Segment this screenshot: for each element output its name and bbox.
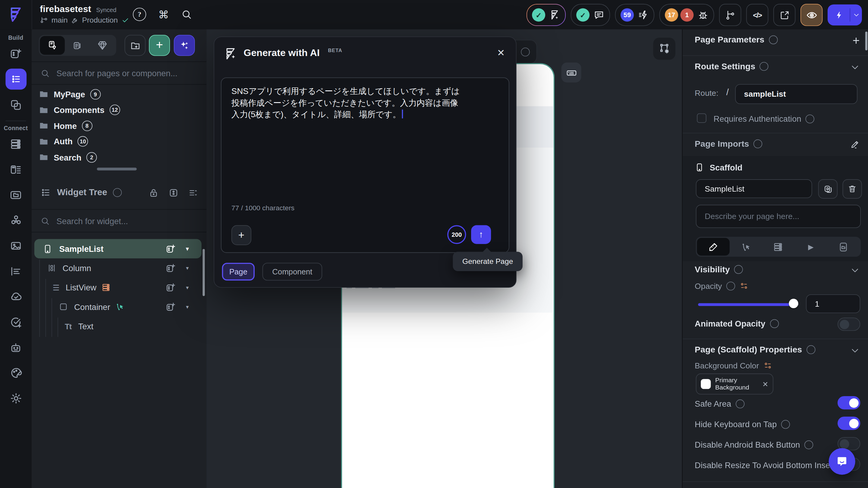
info-icon[interactable]	[781, 420, 790, 428]
tree-sort-icon[interactable]	[188, 187, 198, 198]
folder-row-search[interactable]: Search 2	[32, 150, 205, 165]
branch-name[interactable]: main	[52, 16, 68, 24]
support-chat-button[interactable]	[829, 448, 855, 475]
opacity-value-box[interactable]	[806, 294, 860, 313]
pages-search-input[interactable]	[56, 68, 185, 78]
share-export-button[interactable]	[773, 4, 795, 26]
info-icon[interactable]	[736, 399, 744, 408]
collapse-chevron-icon[interactable]	[850, 266, 860, 275]
remove-color-icon[interactable]: ✕	[762, 380, 768, 388]
delete-page-button[interactable]	[843, 179, 862, 198]
conditional-value-icon[interactable]	[764, 361, 772, 370]
nav-cloud-functions[interactable]	[0, 284, 32, 309]
tab-design-system[interactable]	[90, 36, 115, 55]
info-icon[interactable]	[734, 265, 743, 274]
view-code-button[interactable]: </>	[746, 4, 768, 26]
tab-page[interactable]: Page	[222, 263, 255, 281]
page-description-box[interactable]	[696, 205, 861, 228]
scaffold-name-box[interactable]	[696, 179, 812, 198]
attach-button[interactable]: +	[231, 225, 251, 245]
info-icon[interactable]	[807, 345, 815, 354]
edit-pencil-icon[interactable]	[849, 139, 860, 150]
tree-node-samplelist[interactable]: SampleList ▾	[34, 239, 202, 258]
page-flow-button[interactable]	[719, 4, 741, 26]
comments-pill[interactable]: ✓	[571, 4, 610, 26]
frame-settings-button[interactable]	[653, 38, 675, 60]
requires-auth-checkbox[interactable]	[697, 113, 706, 123]
preview-button[interactable]	[801, 4, 823, 26]
add-page-button[interactable]: +	[149, 35, 170, 56]
nav-components[interactable]	[0, 92, 32, 117]
nav-page-selector[interactable]	[0, 66, 32, 92]
issues-pill[interactable]: 17 1	[659, 4, 714, 26]
node-menu-caret[interactable]: ▾	[186, 304, 189, 310]
nav-integrations[interactable]	[0, 207, 32, 233]
tree-node-text[interactable]: Tt Text	[32, 317, 204, 336]
close-icon[interactable]: ✕	[497, 47, 505, 59]
add-widget-icon[interactable]	[165, 282, 176, 293]
animated-opacity-toggle[interactable]	[838, 318, 860, 331]
ai-generate-button[interactable]	[174, 35, 195, 56]
pages-search[interactable]	[32, 61, 207, 85]
hide-keyboard-toggle[interactable]	[838, 417, 860, 430]
tab-components[interactable]	[65, 36, 90, 55]
tab-backend[interactable]	[762, 238, 795, 256]
info-icon[interactable]	[753, 139, 762, 148]
prompt-box[interactable]: SNSアプリで利用するページを生成してほしいです。まずは 投稿作成ページを作って…	[221, 77, 509, 253]
scaffold-name-input[interactable]	[704, 184, 804, 194]
opacity-value-input[interactable]	[814, 299, 852, 309]
add-folder-button[interactable]	[124, 35, 146, 56]
nav-media-assets[interactable]	[0, 182, 32, 207]
folder-row-components[interactable]: Components 12	[32, 102, 205, 118]
tab-design[interactable]	[697, 238, 730, 256]
widget-search-input[interactable]	[56, 216, 185, 226]
tree-node-container[interactable]: Container ▾	[32, 297, 204, 316]
folder-row-mypage[interactable]: MyPage 9	[32, 87, 205, 102]
node-menu-caret[interactable]: ▾	[186, 265, 189, 271]
generate-submit-button[interactable]: ↑	[471, 225, 491, 244]
nav-localization[interactable]	[0, 258, 32, 284]
nav-assets[interactable]	[0, 233, 32, 258]
safe-area-toggle[interactable]	[838, 396, 860, 410]
expand-vertical-icon[interactable]	[168, 187, 179, 198]
add-widget-icon[interactable]	[165, 263, 176, 274]
tree-node-column[interactable]: Column ▾	[32, 258, 204, 278]
tree-node-listview[interactable]: ☰ ListView ▾	[32, 278, 204, 297]
tab-pages[interactable]	[40, 36, 65, 55]
opacity-slider[interactable]	[698, 303, 799, 306]
deploy-bolt-zone[interactable]	[828, 4, 849, 26]
route-input[interactable]	[743, 89, 849, 99]
background-color-chip[interactable]: Primary Background ✕	[696, 373, 773, 395]
nav-theme[interactable]	[0, 360, 32, 386]
page-description-input[interactable]	[704, 212, 853, 221]
info-icon[interactable]	[113, 188, 121, 197]
nav-widget-palette[interactable]	[0, 41, 32, 66]
nav-app-state[interactable]	[0, 157, 32, 182]
collapse-chevron-icon[interactable]	[850, 63, 860, 72]
keyboard-toggle-button[interactable]	[561, 63, 581, 83]
folder-row-auth[interactable]: Auth 10	[32, 134, 205, 149]
tab-preview[interactable]: ▶	[795, 238, 827, 256]
panel-resize-handle[interactable]	[97, 168, 136, 170]
deploy-menu-zone[interactable]	[850, 4, 862, 26]
flutterflow-logo-icon[interactable]	[7, 6, 24, 23]
help-icon[interactable]: ?	[133, 8, 146, 21]
duplicate-page-button[interactable]	[818, 179, 838, 198]
info-icon[interactable]	[760, 62, 769, 71]
folder-row-home[interactable]: Home 8	[32, 118, 205, 133]
environment-name[interactable]: Production	[82, 16, 118, 24]
tree-scrollbar[interactable]	[203, 249, 205, 296]
search-icon[interactable]	[181, 9, 192, 20]
opacity-slider-thumb[interactable]	[789, 299, 798, 308]
info-icon[interactable]	[804, 440, 813, 449]
nav-settings[interactable]	[0, 386, 32, 411]
widget-search[interactable]	[32, 209, 207, 232]
nav-database[interactable]	[0, 131, 32, 156]
lock-icon[interactable]	[148, 187, 159, 198]
route-input-box[interactable]	[735, 84, 858, 104]
conditional-value-icon[interactable]	[740, 282, 748, 290]
actions-pill[interactable]: 59	[615, 4, 654, 26]
info-icon[interactable]	[806, 114, 814, 123]
add-parameter-button[interactable]: +	[852, 34, 860, 48]
add-widget-icon[interactable]	[165, 243, 176, 254]
